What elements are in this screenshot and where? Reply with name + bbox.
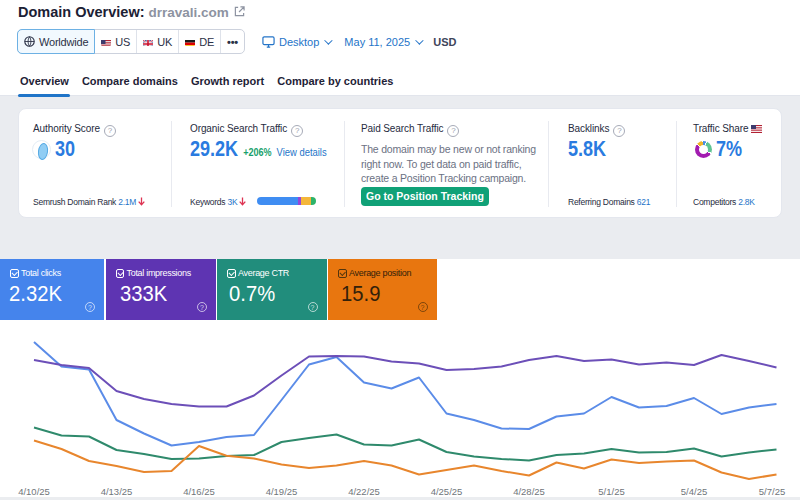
svg-text:5/4/25: 5/4/25 [681,486,707,497]
svg-text:4/16/25: 4/16/25 [183,486,215,497]
svg-text:4/28/25: 4/28/25 [513,486,545,497]
svg-text:5/7/25: 5/7/25 [759,486,785,497]
svg-text:4/19/25: 4/19/25 [266,486,298,497]
svg-text:4/13/25: 4/13/25 [101,486,133,497]
svg-text:4/22/25: 4/22/25 [348,486,380,497]
svg-text:4/25/25: 4/25/25 [431,486,463,497]
svg-text:5/1/25: 5/1/25 [598,486,624,497]
svg-text:4/10/25: 4/10/25 [18,486,50,497]
